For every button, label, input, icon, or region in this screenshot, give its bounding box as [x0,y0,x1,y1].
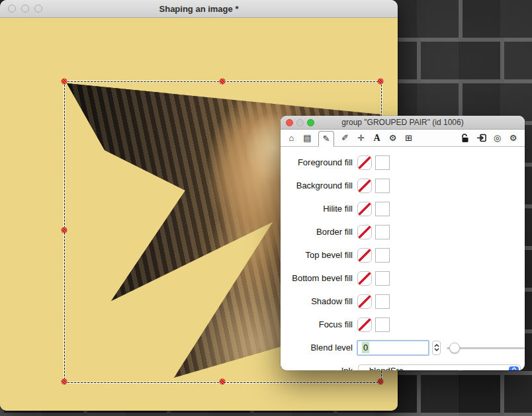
fill-row-label: Border fill [281,227,353,237]
color-swatch[interactable] [375,202,390,216]
color-swatch[interactable] [375,179,390,193]
fill-row-label: Foreground fill [281,157,353,167]
ink-selected-value: blendSrc [359,366,403,370]
selection-handle-top-middle[interactable] [220,79,225,84]
blend-level-row: Blend level 0 [281,336,525,359]
zoom-button[interactable] [34,5,42,13]
popup-chevrons-icon [509,366,519,371]
fill-row: Background fill [281,174,525,197]
property-inspector: group "GROUPED PAIR" (id 1006) ⌂ ▤ ✎ ✐ ✛… [281,116,525,370]
close-button[interactable] [8,5,16,13]
fill-row: Bottom bevel fill [281,267,525,290]
gears-icon[interactable]: ⚙ [388,132,398,144]
fill-row: Focus fill [281,313,525,336]
color-swatch[interactable] [375,317,390,332]
fill-row: Border fill [281,220,525,243]
color-swatch[interactable] [375,271,390,286]
selection-handle-bottom-right[interactable] [378,379,383,384]
document-titlebar[interactable]: Shaping an image * [0,0,398,18]
fill-row-label: Shadow fill [281,296,353,306]
no-fill-swatch[interactable] [357,179,372,193]
ink-popup-menu[interactable]: blendSrc [358,364,521,371]
inspector-title: group "GROUPED PAIR" (id 1006) [341,118,463,127]
ink-label: Ink [281,366,353,370]
selection-handle-top-left[interactable] [62,79,67,84]
text-icon[interactable]: A [372,132,382,144]
blend-level-label: Blend level [281,343,353,353]
home-icon[interactable]: ⌂ [287,132,296,144]
send-icon[interactable] [476,132,486,144]
fill-row: Foreground fill [281,151,525,174]
no-fill-swatch[interactable] [357,271,372,286]
window-title: Shaping an image * [159,4,239,14]
inspector-rows: Foreground fill Background fill Hilite f… [281,147,525,370]
fill-row-label: Background fill [281,181,353,190]
slider-thumb[interactable] [449,343,460,353]
no-fill-swatch[interactable] [357,317,372,332]
target-icon[interactable]: ◎ [492,132,502,144]
blend-level-slider[interactable] [447,343,525,353]
ink-row: Ink blendSrc [281,359,525,370]
chevron-down-icon [434,348,439,351]
move-icon[interactable]: ✛ [356,132,366,144]
blend-level-stepper[interactable] [432,341,441,355]
stack-icon[interactable]: ▤ [302,132,312,144]
inspector-close-button[interactable] [286,119,293,126]
chevron-up-icon [434,344,439,347]
inspector-toolbar: ⌂ ▤ ✎ ✐ ✛ A ⚙ ⊞ ◎ ⚙ [281,130,525,147]
selection-handle-bottom-middle[interactable] [220,379,225,384]
no-fill-swatch[interactable] [357,248,372,263]
fill-row-label: Focus fill [281,319,353,329]
fill-row: Hilite fill [281,197,525,220]
inspector-titlebar[interactable]: group "GROUPED PAIR" (id 1006) [281,116,525,130]
no-fill-swatch[interactable] [357,294,372,309]
fill-row-label: Top bevel fill [281,250,353,260]
color-swatch[interactable] [375,248,390,263]
no-fill-swatch[interactable] [357,202,372,216]
no-fill-swatch[interactable] [357,225,372,239]
color-swatch[interactable] [375,294,390,309]
color-swatch[interactable] [375,225,390,239]
fill-row: Shadow fill [281,290,525,313]
frame-icon[interactable]: ⊞ [404,132,414,144]
inspector-zoom-button[interactable] [307,119,314,126]
blend-level-input[interactable]: 0 [357,340,429,356]
minimize-button[interactable] [21,5,29,13]
no-fill-swatch[interactable] [357,155,372,170]
fill-row-label: Hilite fill [281,204,353,214]
inspector-minimize-button[interactable] [296,119,304,126]
color-swatch[interactable] [375,155,390,170]
fill-row-label: Bottom bevel fill [281,273,353,283]
selection-handle-bottom-left[interactable] [62,379,67,384]
pencil-icon[interactable]: ✎ [318,131,334,147]
selection-handle-top-right[interactable] [378,79,383,84]
unlock-icon[interactable] [461,132,470,144]
selection-handle-left-middle[interactable] [62,228,67,233]
fill-row: Top bevel fill [281,243,525,267]
gear-icon[interactable]: ⚙ [508,132,518,144]
blend-level-value: 0 [362,342,369,353]
brush-icon[interactable]: ✐ [340,132,350,144]
